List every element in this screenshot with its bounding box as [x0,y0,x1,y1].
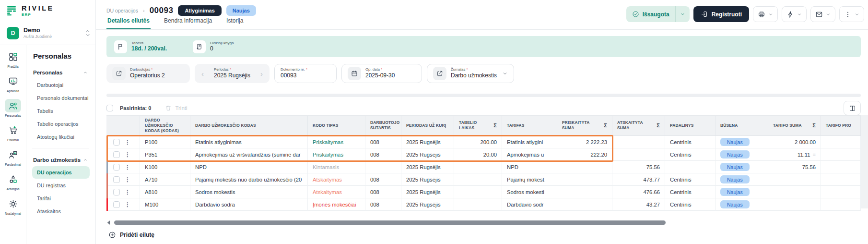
column-header[interactable]: KODO TIPAS [308,116,365,136]
breadcrumb-link[interactable]: DU operacijos [106,8,138,13]
row-checkbox[interactable] [113,201,120,208]
sum-icon[interactable]: Σ [602,122,607,129]
column-header[interactable]: TARIFO PRO [821,116,861,136]
column-header[interactable]: ATSKAITYTA SUMA Σ [612,116,665,136]
sidebar-item[interactable]: Tarifai [32,192,90,205]
row-menu-icon[interactable]: ⋮ [125,139,130,146]
row-menu-icon[interactable]: ⋮ [125,164,130,171]
tab[interactable]: Bendra informacija [163,17,213,29]
sales-icon [5,148,21,161]
row-checkbox[interactable] [113,189,120,195]
automation-button[interactable] [782,6,807,22]
menu-hamburger-icon[interactable] [6,6,17,16]
rail-item-atsargos[interactable]: Atsargos [0,172,26,191]
horizontal-scrollbar[interactable] [106,220,861,225]
table-top-scrollbar[interactable] [106,94,861,97]
period-next-icon[interactable]: › [259,70,264,78]
sidebar-section-darbo-uzmokestis[interactable]: Darbo užmokestis [32,154,92,166]
column-header[interactable]: BŪSENA [716,116,768,136]
column-header[interactable]: PADALINYS [665,116,716,136]
tab[interactable]: Detalios eilutės [106,17,151,29]
delete-button[interactable]: Trinti [165,105,187,111]
cell-status: Naujas [716,198,768,211]
add-row-button[interactable]: Pridėti eilutę [108,231,154,239]
row-checkbox[interactable] [113,164,120,171]
column-settings-button[interactable] [844,101,861,115]
row-status-stripe [106,173,108,186]
journal-field[interactable]: Žurnalas * Darbo užmokestis [427,64,514,83]
table-row: ⋮ A710 Pajamų mokestis nuo darbo užmokes… [106,173,861,186]
cell-period: 2025 Rugsėjis [401,198,454,211]
cell-period: 2025 Rugsėjis [401,161,454,173]
sidebar-item[interactable]: Ataskaitos [32,205,90,218]
row-status-stripe [106,136,108,148]
rail-item-nustatymai[interactable]: Nustatymai [0,197,26,215]
column-header[interactable]: DARBUOTOJO SUTARTIS [365,116,401,136]
rail-item-pradzia[interactable]: Pradžia [0,50,26,68]
employee-field[interactable]: Darbuotojas * Operatorius 2 [106,64,190,83]
document-number-field[interactable]: Dokumento nr. * 00093 [274,64,337,83]
rail-item-apskaita[interactable]: Apskaita [0,74,26,93]
row-menu-icon[interactable]: ⋮ [125,189,130,195]
sidebar-item[interactable]: Darbuotojai [32,79,90,91]
drag-handle-icon[interactable]: ≡ [813,152,816,158]
external-link-icon[interactable] [433,67,446,80]
rail-item-pardavimai[interactable]: Pardavimai [0,148,26,166]
cell-deducted: 75.56 [612,161,665,173]
sum-icon[interactable]: Σ [492,122,497,129]
cell-deducted: 473.77 [612,173,665,186]
tab[interactable]: Istorija [225,17,244,29]
workspace-selector[interactable]: D Demo Aušra Juodienė [0,22,95,45]
row-menu-icon[interactable]: ⋮ [125,201,130,208]
column-header[interactable]: DARBO UŽMOKESČIO KODAS (KODAS) [140,116,190,136]
column-header[interactable]: DARBO UŽMOKESČIO KODAS [190,116,308,136]
column-header[interactable]: TARIFO SUMA Σ [768,116,821,136]
register-import-icon [701,11,708,18]
sidebar-item[interactable]: DU operacijos [32,166,90,179]
row-checkbox[interactable] [113,151,120,158]
sidebar-section-personalas[interactable]: Personalas [32,67,92,78]
sidebar-item[interactable]: Atostogų likučiai [32,131,90,143]
sidebar-item[interactable]: DU registras [32,179,90,192]
row-checkbox[interactable] [113,139,120,146]
sidebar-item[interactable]: Tabelio operacijos [32,118,90,130]
operation-date-field[interactable]: Op. data * 2025-09-30 [341,64,422,83]
row-menu-icon[interactable]: ⋮ [125,151,130,158]
brand-wordmark: RIVILE ERP [22,5,54,17]
topbar: DU operacijos › 00093 Atlyginimas Naujas… [96,0,868,30]
scrollbar-thumb[interactable] [114,220,666,225]
period-prev-icon[interactable]: ‹ [200,70,205,78]
scroll-left-icon[interactable] [106,220,111,225]
breadcrumb-separator-icon: › [143,8,145,13]
row-checkbox[interactable] [113,176,120,183]
cell-name: Sodros mokestis [190,186,308,198]
external-link-icon[interactable] [112,67,126,80]
rail-item-pirkimai[interactable]: Pirkimai [0,123,26,142]
select-all-checkbox[interactable] [106,105,113,111]
print-button[interactable] [753,6,778,22]
sum-icon[interactable]: Σ [810,122,816,129]
email-button[interactable] [810,6,835,22]
sidebar-item[interactable]: Tabelis [32,105,90,117]
sidebar: Personalas Personalas Darbuotojai Person… [26,45,95,244]
column-header[interactable]: TABELIO LAIKAS Σ [454,116,502,136]
cell-contract: 008 [365,186,401,198]
more-options-button[interactable] [839,6,864,22]
column-header[interactable]: PRISKAITYTA SUMA Σ [557,116,612,136]
sidebar-item[interactable]: Personalo dokumentai [32,92,90,104]
row-status-stripe [106,198,108,211]
register-button[interactable]: Registruoti [693,6,749,22]
period-field[interactable]: ‹ Periodas * 2025 Rugsėjis › [195,64,270,83]
grid-body: ⋮ P100 Etatinis atlyginimas Priskaitymas… [106,136,861,211]
column-header[interactable] [106,116,140,136]
saved-dropdown-chevron[interactable] [675,6,690,22]
column-header[interactable]: TARIFAS [502,116,557,136]
cell-period: 2025 Rugsėjis [401,148,454,161]
calendar-icon[interactable] [348,67,361,80]
row-menu-icon[interactable]: ⋮ [125,176,130,183]
workspace-switch-icon[interactable] [85,29,91,37]
saved-split-button[interactable]: Išsaugota [626,6,690,22]
rail-item-personalas[interactable]: Personalas [0,99,26,117]
column-header[interactable]: PERIODAS UŽ KURĮ [401,116,454,136]
sum-icon[interactable]: Σ [655,122,660,129]
